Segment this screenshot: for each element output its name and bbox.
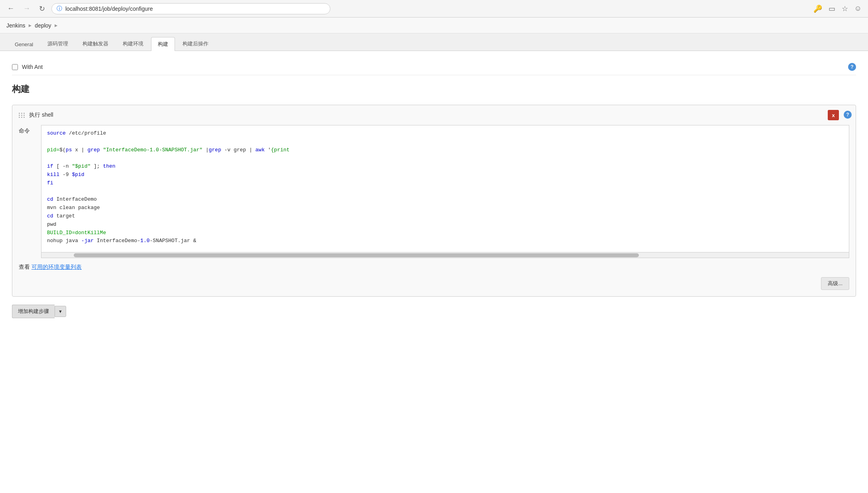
add-step-dropdown-arrow[interactable]: ▼ xyxy=(55,306,66,317)
code-editor[interactable]: source /etc/profile pid=$(ps x | grep "I… xyxy=(41,125,849,252)
breadcrumb-sep-1: ► xyxy=(27,23,32,28)
scrollbar-thumb[interactable] xyxy=(74,253,639,257)
add-step-button[interactable]: 增加构建步骤 xyxy=(12,305,55,318)
browser-chrome: ← → ↻ ⓘ 🔑 ▭ ☆ ☺ xyxy=(0,0,868,18)
advanced-row: 高级... xyxy=(19,277,849,290)
with-ant-label[interactable]: With Ant xyxy=(22,64,43,70)
breadcrumb-deploy[interactable]: deploy xyxy=(35,22,51,29)
reload-button[interactable]: ↻ xyxy=(37,4,47,14)
browser-actions: 🔑 ▭ ☆ ☺ xyxy=(812,3,863,15)
address-bar: ⓘ xyxy=(51,3,330,14)
tab-env[interactable]: 构建环境 xyxy=(116,37,150,51)
with-ant-row: With Ant ? xyxy=(12,59,856,75)
forward-button[interactable]: → xyxy=(21,4,33,14)
tab-post[interactable]: 构建后操作 xyxy=(176,37,215,51)
page-content: With Ant ? 构建 执行 shell x ? 命令 xyxy=(0,51,868,326)
horizontal-scrollbar[interactable] xyxy=(41,252,849,258)
env-link-row: 查看 可用的环境变量列表 xyxy=(19,264,849,271)
back-button[interactable]: ← xyxy=(5,4,17,14)
main-content: General 源码管理 构建触发器 构建环境 构建 构建后操作 With An… xyxy=(0,33,868,493)
env-text: 查看 xyxy=(19,264,30,270)
shell-execution-block: 执行 shell x ? 命令 source /etc/profile pid=… xyxy=(12,105,856,297)
translate-button[interactable]: ▭ xyxy=(827,3,837,15)
delete-shell-button[interactable]: x xyxy=(828,110,839,120)
url-input[interactable] xyxy=(65,6,325,12)
command-row: 命令 source /etc/profile pid=$(ps x | grep… xyxy=(19,125,849,258)
tab-source[interactable]: 源码管理 xyxy=(41,37,75,51)
tab-triggers[interactable]: 构建触发器 xyxy=(76,37,115,51)
shell-title: 执行 shell xyxy=(29,112,53,119)
advanced-button[interactable]: 高级... xyxy=(821,277,849,290)
command-label: 命令 xyxy=(19,125,35,135)
breadcrumb-sep-2: ► xyxy=(54,23,59,28)
breadcrumb: Jenkins ► deploy ► xyxy=(0,18,868,33)
drag-handle[interactable] xyxy=(19,113,25,118)
breadcrumb-jenkins[interactable]: Jenkins xyxy=(6,22,25,29)
with-ant-help-icon[interactable]: ? xyxy=(848,63,856,71)
key-icon-button[interactable]: 🔑 xyxy=(812,3,824,15)
section-title: 构建 xyxy=(12,83,856,95)
shell-block-header: 执行 shell xyxy=(19,112,849,119)
tab-build[interactable]: 构建 xyxy=(151,37,175,51)
lock-icon: ⓘ xyxy=(57,5,62,12)
bookmark-button[interactable]: ☆ xyxy=(840,3,850,15)
tab-general[interactable]: General xyxy=(8,38,40,51)
tab-bar: General 源码管理 构建触发器 构建环境 构建 构建后操作 xyxy=(0,33,868,51)
profile-button[interactable]: ☺ xyxy=(853,3,863,14)
shell-block-help-icon[interactable]: ? xyxy=(844,111,852,119)
env-link[interactable]: 可用的环境变量列表 xyxy=(31,264,82,270)
add-step-row: 增加构建步骤 ▼ xyxy=(12,305,856,318)
with-ant-checkbox[interactable] xyxy=(12,64,18,70)
